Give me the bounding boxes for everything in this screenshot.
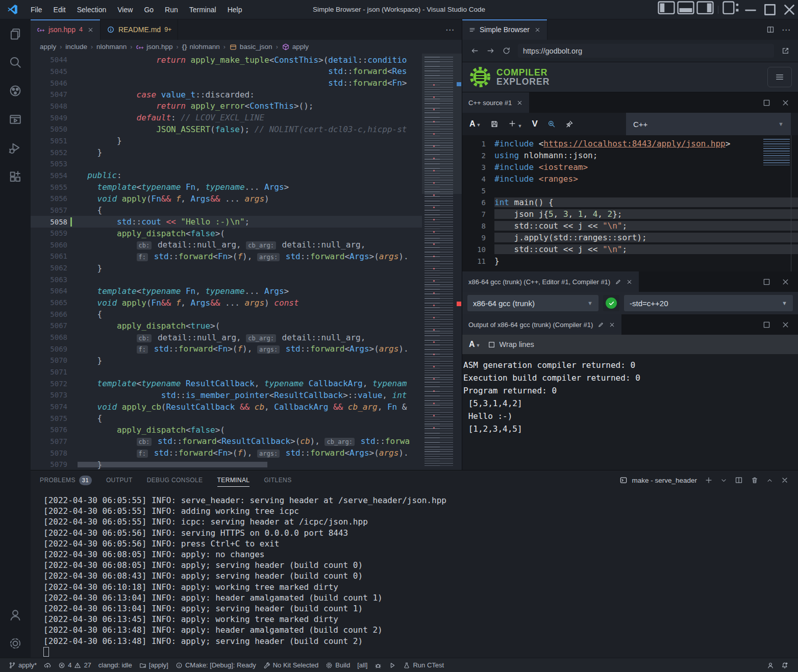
menu-edit[interactable]: Edit (48, 3, 71, 16)
kit-status[interactable]: No Kit Selected (260, 658, 322, 672)
toggle-panel-button[interactable] (677, 2, 694, 17)
breadcrumb-item-nlohmann[interactable]: nlohmann (96, 43, 127, 51)
compiler-select[interactable]: x86-64 gcc (trunk) ▼ (467, 295, 598, 311)
problems-status[interactable]: 427 (55, 658, 95, 672)
close-icon[interactable] (626, 279, 633, 285)
ce-source-tab[interactable]: C++ source #1 (462, 92, 529, 113)
menu-run[interactable]: Run (159, 3, 184, 16)
panel-tab-gitlens[interactable]: GITLENS (264, 470, 291, 490)
toggle-secondary-sidebar-button[interactable] (696, 2, 714, 17)
more-actions-button[interactable]: ⋯ (782, 26, 791, 34)
split-terminal-button[interactable] (735, 476, 743, 484)
save-icon[interactable] (490, 120, 498, 128)
close-pane-button[interactable] (781, 98, 790, 107)
vim-toggle-button[interactable]: V (532, 119, 537, 129)
close-window-button[interactable] (781, 2, 798, 17)
font-size-button[interactable]: A▼ (469, 340, 480, 349)
tab-simple-browser[interactable]: Simple Browser (462, 19, 547, 40)
panel-tab-problems[interactable]: PROBLEMS31 (40, 470, 92, 490)
activitybar-search[interactable] (0, 48, 31, 77)
add-pane-button[interactable]: ▼ (508, 119, 522, 129)
maximize-panel-button[interactable] (766, 477, 773, 484)
horizontal-scrollbar[interactable] (78, 462, 267, 467)
launch-target-button[interactable] (385, 658, 400, 672)
ce-source-editor[interactable]: 1#include <https://localhost:8443/apply/… (462, 135, 798, 271)
activitybar-debug[interactable] (0, 134, 31, 162)
menu-file[interactable]: File (25, 3, 48, 16)
edit-pencil-icon[interactable] (615, 279, 621, 285)
close-icon[interactable] (87, 27, 94, 33)
activitybar-account[interactable] (0, 601, 31, 629)
ce-output-tab[interactable]: Output of x86-64 gcc (trunk) (Compiler #… (462, 314, 621, 335)
compiler-options-input[interactable]: -std=c++20 ▼ (624, 295, 793, 311)
menu-selection[interactable]: Selection (71, 3, 112, 16)
cmake-variant-status[interactable]: CMake: [Debug]: Ready (172, 658, 260, 672)
reload-button[interactable] (502, 46, 511, 55)
more-icon[interactable]: ⋯ (445, 26, 455, 34)
open-external-button[interactable] (781, 46, 790, 55)
activitybar-run-window[interactable] (0, 105, 31, 134)
edit-pencil-icon[interactable] (597, 321, 604, 328)
cmake-folder-status[interactable]: [apply] (136, 658, 172, 672)
close-pane-button[interactable] (781, 278, 790, 286)
toggle-sidebar-button[interactable] (658, 2, 675, 17)
code-editor[interactable]: 5044 return apply_make_tuple<ConstThis>(… (31, 54, 462, 470)
activitybar-source-control[interactable] (0, 77, 31, 105)
ctest-button[interactable]: Run CTest (400, 658, 447, 672)
wrap-lines-checkbox[interactable] (488, 341, 495, 349)
minimap-slider[interactable] (422, 54, 462, 194)
tab-readme-md[interactable]: README.md9+ (101, 19, 179, 40)
maximize-button[interactable] (761, 2, 779, 17)
maximize-pane-button[interactable] (762, 98, 771, 107)
breadcrumb-item-apply[interactable]: apply (282, 43, 309, 51)
publish-status[interactable] (40, 658, 55, 672)
pin-icon[interactable] (565, 120, 573, 128)
language-select[interactable]: C++ ▼ (626, 113, 791, 135)
breadcrumb-item-nlohmann[interactable]: {}nlohmann (182, 43, 219, 51)
forward-button[interactable] (486, 46, 495, 55)
close-icon[interactable] (516, 99, 523, 106)
terminal-content[interactable]: [2022-04-30 06:05:55] INFO: serve_header… (31, 490, 798, 659)
back-button[interactable] (470, 46, 479, 55)
breadcrumb-item-basic-json[interactable]: basic_json (229, 43, 272, 51)
breadcrumb-item-json-hpp[interactable]: C++json.hpp (136, 43, 172, 51)
close-pane-button[interactable] (781, 320, 790, 329)
build-target-status[interactable]: [all] (354, 658, 371, 672)
customize-layout-button[interactable] (722, 2, 740, 17)
ce-logo[interactable]: COMPILER EXPLORER (468, 65, 550, 89)
close-tab-icon[interactable] (534, 27, 541, 33)
close-icon[interactable] (609, 321, 615, 328)
maximize-pane-button[interactable] (762, 278, 771, 286)
url-input[interactable]: https://godbolt.org (518, 44, 774, 58)
git-branch-status[interactable]: apply* (5, 658, 40, 672)
panel-tab-terminal[interactable]: TERMINAL (217, 470, 250, 490)
panel-tab-debug-console[interactable]: DEBUG CONSOLE (147, 470, 203, 490)
activitybar-extensions[interactable] (0, 162, 31, 191)
menu-terminal[interactable]: Terminal (184, 3, 222, 16)
new-terminal-button[interactable] (705, 476, 713, 484)
minimap[interactable] (422, 54, 462, 470)
menu-help[interactable]: Help (222, 3, 248, 16)
minimize-button[interactable] (742, 2, 759, 17)
panel-tab-output[interactable]: OUTPUT (106, 470, 133, 490)
maximize-pane-button[interactable] (762, 320, 771, 329)
font-size-button[interactable]: A▼ (469, 119, 481, 129)
terminal-session[interactable]: make - serve_header (619, 476, 697, 484)
breadcrumb-item-apply[interactable]: apply (40, 43, 56, 51)
debug-target-button[interactable] (371, 658, 385, 672)
split-editor-button[interactable] (766, 26, 775, 34)
tab-json-hpp[interactable]: C++json.hpp4 (31, 19, 101, 40)
activitybar-settings-gear[interactable] (0, 629, 31, 658)
notifications-bell[interactable] (778, 658, 792, 672)
zoom-icon[interactable] (547, 120, 556, 128)
terminal-dropdown-button[interactable] (720, 477, 727, 484)
menu-view[interactable]: View (112, 3, 138, 16)
feedback-status[interactable] (763, 658, 778, 672)
kill-terminal-button[interactable] (751, 476, 759, 484)
breadcrumb-item-include[interactable]: include (65, 43, 87, 51)
ce-compiler-tab[interactable]: x86-64 gcc (trunk) (C++, Editor #1, Comp… (462, 271, 639, 292)
ce-program-output[interactable]: ASM generation compiler returned: 0Execu… (462, 354, 798, 470)
close-panel-button[interactable] (781, 476, 789, 484)
clangd-status[interactable]: clangd: idle (95, 658, 136, 672)
activitybar-files[interactable] (0, 19, 31, 48)
